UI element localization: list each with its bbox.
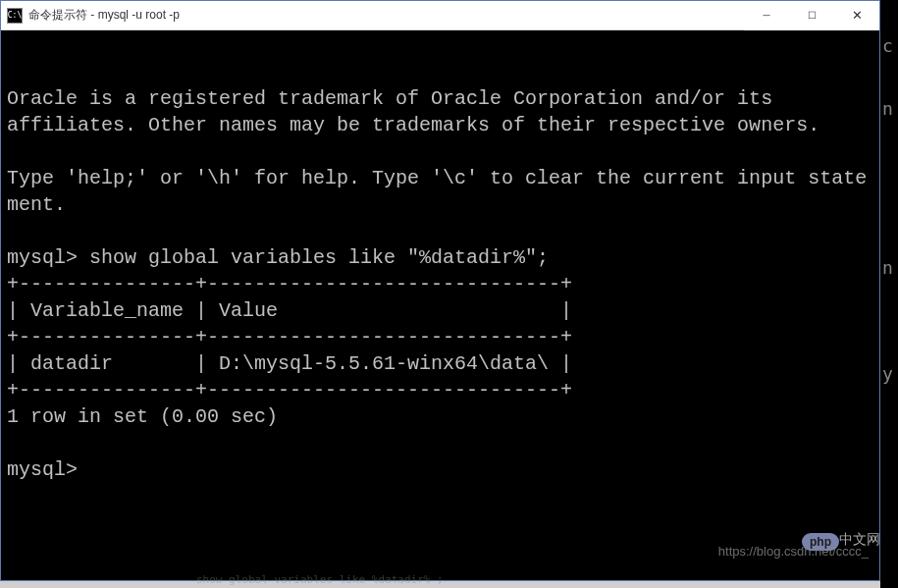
command-prompt-window: C:\ 命令提示符 - mysql -u root -p ─ ☐ ✕ Oracl…	[0, 0, 880, 581]
window-title: 命令提示符 - mysql -u root -p	[28, 7, 744, 24]
maximize-button[interactable]: ☐	[789, 1, 834, 30]
app-icon: C:\	[7, 8, 23, 24]
ghost-terminal-text: show global variables like %datadir% ;	[196, 573, 444, 586]
close-button[interactable]: ✕	[834, 1, 879, 30]
minimize-button[interactable]: ─	[744, 1, 789, 30]
window-controls: ─ ☐ ✕	[744, 1, 879, 30]
titlebar[interactable]: C:\ 命令提示符 - mysql -u root -p ─ ☐ ✕	[1, 1, 879, 30]
terminal-output: Oracle is a registered trademark of Orac…	[7, 85, 873, 483]
watermark-url: https://blog.csdn.net/cccc_	[718, 544, 869, 559]
terminal-area[interactable]: Oracle is a registered trademark of Orac…	[1, 30, 879, 580]
background-terminal-edge: c n n y	[880, 0, 898, 588]
